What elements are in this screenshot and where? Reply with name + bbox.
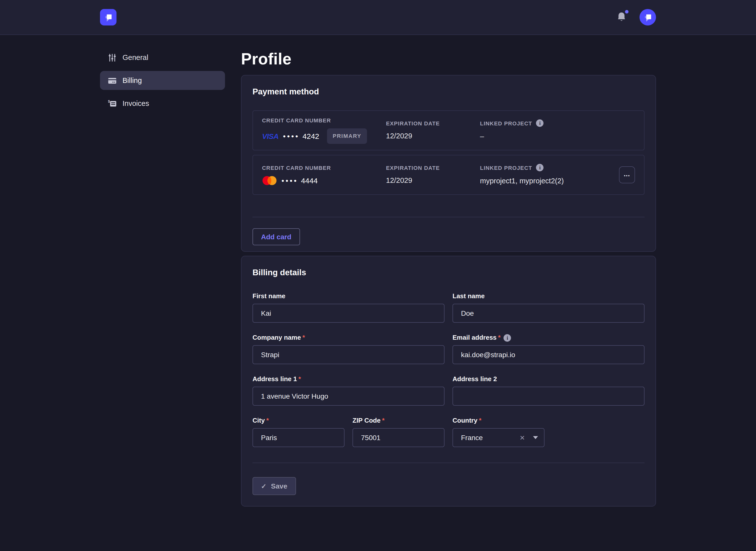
payment-divider: [252, 217, 645, 217]
save-button[interactable]: Save: [252, 477, 296, 495]
label-text: Email address: [453, 334, 497, 342]
card-last4: 4444: [301, 175, 318, 185]
card-number-column-label: CREDIT CARD NUMBER: [262, 165, 386, 170]
card-last4: 4242: [302, 131, 319, 141]
billing-form: First name Last name Company name: [252, 292, 645, 447]
notifications-bell-icon[interactable]: [615, 11, 627, 23]
sidebar-item-general[interactable]: General: [100, 48, 225, 67]
sidebar-item-label: Billing: [122, 76, 142, 84]
linked-project-value: –: [480, 132, 615, 141]
unread-dot: [625, 10, 628, 13]
first-name-field: First name: [252, 292, 445, 323]
card-number-value: •••• 4444: [262, 175, 386, 185]
label-text: Last name: [453, 292, 485, 300]
invoice-icon: $: [108, 99, 116, 108]
expiration-column-label: EXPIRATION DATE: [386, 165, 480, 170]
zip-code-label: ZIP Code *: [352, 417, 445, 425]
expiration-column-label: EXPIRATION DATE: [386, 120, 480, 126]
label-text: First name: [252, 292, 285, 300]
billing-divider: [252, 463, 645, 463]
info-icon[interactable]: [536, 119, 544, 127]
required-asterisk: *: [498, 334, 501, 342]
sidebar-item-label: General: [122, 53, 148, 61]
required-asterisk: *: [266, 417, 269, 425]
billing-details-heading: Billing details: [252, 267, 645, 277]
first-name-input[interactable]: [252, 304, 445, 323]
linked-project-value: myproject1, myproject2(2): [480, 176, 615, 186]
strapi-logo-icon[interactable]: [100, 9, 116, 25]
card-number-value: VISA •••• 4242 PRIMARY: [262, 128, 386, 144]
label-text: Address line 2: [453, 375, 497, 383]
linked-project-column-label: LINKED PROJECT: [480, 119, 615, 127]
label-text: Address line 1: [252, 375, 297, 383]
required-asterisk: *: [298, 375, 301, 383]
linked-project-label-text: LINKED PROJECT: [480, 120, 532, 126]
settings-sidebar: General Billing $: [100, 48, 225, 113]
city-input[interactable]: [252, 428, 344, 447]
add-card-button[interactable]: Add card: [252, 228, 300, 245]
zip-code-field: ZIP Code *: [352, 417, 445, 447]
sliders-icon: [108, 53, 116, 62]
label-text: Country: [453, 417, 478, 425]
address-line2-label: Address line 2: [453, 375, 645, 383]
email-label: Email address *: [453, 334, 645, 342]
card-number-column-label: CREDIT CARD NUMBER: [262, 117, 386, 123]
last-name-field: Last name: [453, 292, 645, 323]
clear-icon[interactable]: [518, 433, 526, 442]
company-name-input[interactable]: [252, 345, 445, 364]
address-line1-label: Address line 1 *: [252, 375, 445, 383]
address-line1-input[interactable]: [252, 387, 445, 406]
payment-method-heading: Payment method: [252, 86, 645, 96]
address-line2-field: Address line 2: [453, 375, 645, 406]
email-input[interactable]: [453, 345, 645, 364]
mastercard-logo: [262, 175, 277, 185]
linked-project-cell: LINKED PROJECT myproject1, myproject2(2): [480, 164, 615, 186]
user-avatar[interactable]: [640, 9, 656, 25]
address-line1-field: Address line 1 *: [252, 375, 445, 406]
masked-digits: ••••: [281, 175, 298, 185]
info-icon[interactable]: [536, 164, 544, 171]
last-name-input[interactable]: [453, 304, 645, 323]
expiration-value: 12/2029: [386, 175, 480, 185]
main-panel: Profile Payment method CREDIT CARD NUMBE…: [241, 35, 656, 507]
sidebar-item-billing[interactable]: Billing: [100, 71, 225, 90]
credit-card-row-visa: CREDIT CARD NUMBER VISA •••• 4242 PRIMAR…: [252, 110, 645, 150]
first-name-label: First name: [252, 292, 445, 300]
bell-icon: [616, 11, 626, 22]
required-asterisk: *: [302, 334, 305, 342]
credit-card-row-mastercard: CREDIT CARD NUMBER •••• 4444: [252, 155, 645, 195]
country-label: Country *: [453, 417, 544, 425]
app-root: General Billing $: [0, 0, 756, 551]
city-field: City *: [252, 417, 344, 447]
save-button-label: Save: [271, 482, 287, 490]
page-title: Profile: [241, 49, 656, 69]
strapi-avatar-mark: [642, 12, 653, 23]
billing-details-card: Billing details First name Last name: [241, 256, 656, 507]
credit-card-icon: [108, 76, 116, 85]
company-name-field: Company name *: [252, 334, 445, 364]
company-name-label: Company name *: [252, 334, 445, 342]
required-asterisk: *: [382, 417, 385, 425]
label-text: Company name: [252, 334, 301, 342]
card-number-cell: CREDIT CARD NUMBER VISA •••• 4242 PRIMAR…: [262, 117, 386, 144]
linked-project-cell: LINKED PROJECT –: [480, 119, 615, 141]
sidebar-item-label: Invoices: [122, 99, 149, 107]
zip-code-input[interactable]: [352, 428, 445, 447]
required-asterisk: *: [479, 417, 482, 425]
last-name-label: Last name: [453, 292, 645, 300]
card-more-actions-button[interactable]: [619, 166, 635, 183]
primary-badge: PRIMARY: [327, 128, 367, 144]
masked-digits: ••••: [283, 131, 299, 141]
chevron-down-icon[interactable]: [533, 436, 538, 439]
linked-project-label-text: LINKED PROJECT: [480, 165, 532, 170]
svg-text:$: $: [108, 99, 110, 103]
expiration-cell: EXPIRATION DATE 12/2029: [386, 165, 480, 185]
expiration-value: 12/2029: [386, 131, 480, 141]
label-text: City: [252, 417, 265, 425]
payment-method-card: Payment method CREDIT CARD NUMBER VISA •…: [241, 75, 656, 252]
info-icon[interactable]: [504, 334, 511, 342]
sidebar-item-invoices[interactable]: $ Invoices: [100, 94, 225, 113]
country-select[interactable]: France: [453, 428, 544, 447]
country-field: Country * France: [453, 417, 544, 447]
address-line2-input[interactable]: [453, 387, 645, 406]
